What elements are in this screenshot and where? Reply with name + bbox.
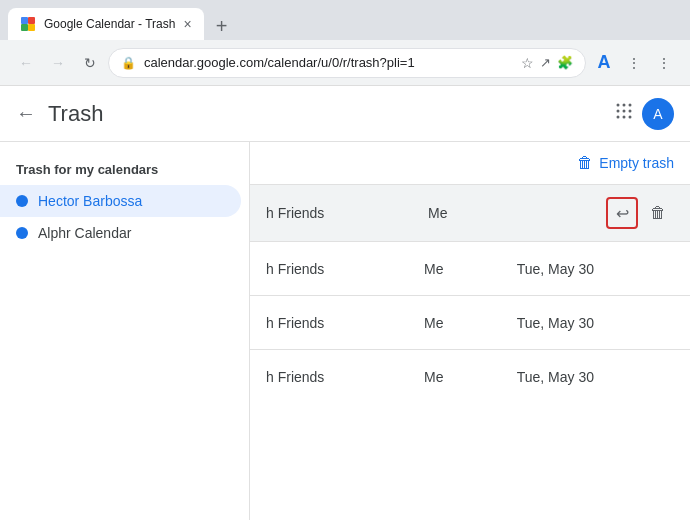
- sidebar-item-hector-barbossa[interactable]: Hector Barbossa: [0, 185, 241, 217]
- share-icon[interactable]: ↗: [540, 55, 551, 70]
- page-title: Trash: [48, 101, 614, 127]
- svg-point-9: [623, 110, 626, 113]
- svg-rect-1: [21, 17, 28, 24]
- bookmark-icon[interactable]: ☆: [521, 55, 534, 71]
- new-tab-button[interactable]: +: [208, 12, 236, 40]
- extensions-button[interactable]: ⋮: [620, 49, 648, 77]
- empty-trash-button[interactable]: 🗑 Empty trash: [577, 154, 674, 172]
- delete-event-button[interactable]: 🗑: [642, 197, 674, 229]
- back-to-calendar-button[interactable]: ←: [16, 102, 36, 125]
- calendar-dot-alphr: [16, 227, 28, 239]
- tab-favicon: [20, 16, 36, 32]
- event-organizer: Me: [424, 315, 504, 331]
- main-content: 🗑 Empty trash h Friends Me ↩ 🗑: [250, 142, 690, 520]
- active-tab[interactable]: Google Calendar - Trash ×: [8, 8, 204, 40]
- sidebar-item-alphr-calendar[interactable]: Alphr Calendar: [0, 217, 249, 249]
- extensions-icon[interactable]: 🧩: [557, 55, 573, 70]
- browser-chrome: Google Calendar - Trash × + ← → ↻ 🔒 cale…: [0, 0, 690, 86]
- table-row: h Friends Me ↩ 🗑: [250, 184, 690, 241]
- svg-point-8: [617, 110, 620, 113]
- calendar-name-hector: Hector Barbossa: [38, 193, 142, 209]
- event-organizer: Me: [424, 261, 504, 277]
- calendar-dot-hector: [16, 195, 28, 207]
- event-date: Tue, May 30: [504, 315, 594, 331]
- svg-point-12: [623, 116, 626, 119]
- empty-trash-icon: 🗑: [577, 154, 593, 172]
- svg-point-7: [629, 104, 632, 107]
- restore-event-button[interactable]: ↩: [606, 197, 638, 229]
- event-date: Tue, May 30: [504, 261, 594, 277]
- nav-bar: ← → ↻ 🔒 calendar.google.com/calendar/u/0…: [0, 40, 690, 86]
- event-organizer: Me: [424, 369, 504, 385]
- event-organizer: Me: [428, 205, 508, 221]
- apps-grid-icon[interactable]: [614, 101, 634, 126]
- address-bar-icons: ☆ ↗ 🧩: [521, 55, 573, 71]
- events-list: h Friends Me ↩ 🗑 h Friends Me Tue, May 3…: [250, 184, 690, 403]
- event-date: Tue, May 30: [504, 369, 594, 385]
- main-content-header: 🗑 Empty trash: [250, 142, 690, 184]
- sidebar-section-title: Trash for my calendars: [0, 158, 249, 185]
- profile-icon[interactable]: A: [590, 49, 618, 77]
- url-text: calendar.google.com/calendar/u/0/r/trash…: [144, 55, 513, 70]
- forward-button[interactable]: →: [44, 49, 72, 77]
- svg-rect-2: [28, 17, 35, 24]
- header-right: A: [614, 98, 674, 130]
- app-container: ← Trash A Trash for my calendars Hector …: [0, 86, 690, 520]
- tab-bar: Google Calendar - Trash × +: [0, 0, 690, 40]
- svg-point-10: [629, 110, 632, 113]
- table-row: h Friends Me Tue, May 30: [250, 349, 690, 403]
- app-header: ← Trash A: [0, 86, 690, 142]
- event-actions: ↩ 🗑: [606, 197, 674, 229]
- svg-point-13: [629, 116, 632, 119]
- event-name: h Friends: [266, 369, 424, 385]
- calendar-name-alphr: Alphr Calendar: [38, 225, 131, 241]
- user-avatar[interactable]: A: [642, 98, 674, 130]
- event-name: h Friends: [266, 261, 424, 277]
- svg-point-5: [617, 104, 620, 107]
- browser-menu-icons: A ⋮ ⋮: [590, 49, 678, 77]
- event-name: h Friends: [266, 315, 424, 331]
- tab-close-button[interactable]: ×: [183, 17, 191, 31]
- event-name: h Friends: [266, 205, 428, 221]
- svg-rect-3: [21, 24, 28, 31]
- tab-title: Google Calendar - Trash: [44, 17, 175, 31]
- sidebar: Trash for my calendars Hector Barbossa A…: [0, 142, 250, 520]
- svg-rect-4: [28, 24, 35, 31]
- lock-icon: 🔒: [121, 56, 136, 70]
- svg-point-6: [623, 104, 626, 107]
- address-bar[interactable]: 🔒 calendar.google.com/calendar/u/0/r/tra…: [108, 48, 586, 78]
- reload-button[interactable]: ↻: [76, 49, 104, 77]
- back-button[interactable]: ←: [12, 49, 40, 77]
- table-row: h Friends Me Tue, May 30: [250, 295, 690, 349]
- empty-trash-label: Empty trash: [599, 155, 674, 171]
- more-menu-button[interactable]: ⋮: [650, 49, 678, 77]
- app-body: Trash for my calendars Hector Barbossa A…: [0, 142, 690, 520]
- table-row: h Friends Me Tue, May 30: [250, 241, 690, 295]
- svg-point-11: [617, 116, 620, 119]
